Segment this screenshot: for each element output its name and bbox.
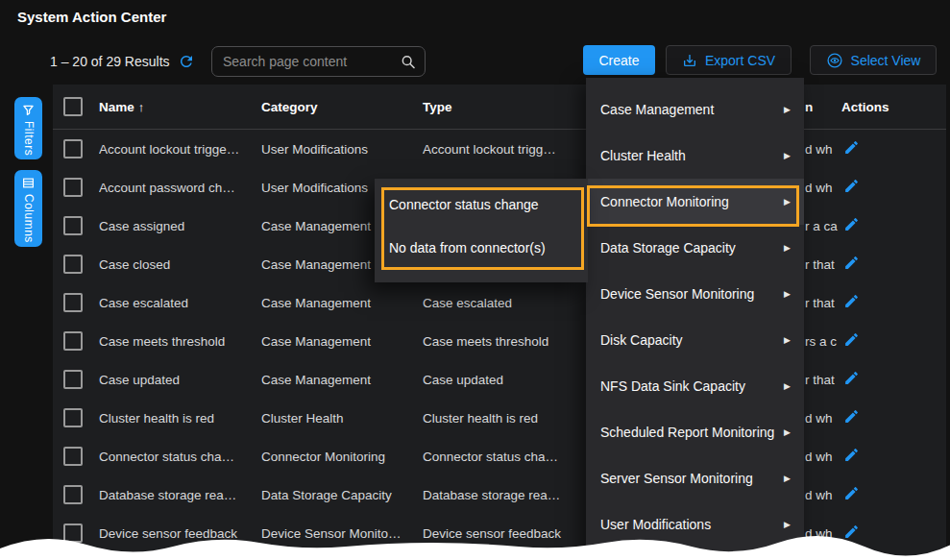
row-type: Case meets threshold [423, 334, 586, 349]
edit-pencil-icon[interactable] [843, 331, 860, 348]
refresh-icon[interactable] [178, 53, 195, 70]
row-checkbox[interactable] [63, 293, 83, 312]
row-name: Cluster health is red [99, 411, 261, 426]
actions-table: Name↑ Category Type n Actions Account lo… [53, 85, 946, 560]
row-checkbox[interactable] [63, 447, 83, 466]
row-category: Case Management [261, 296, 423, 310]
filter-icon [22, 104, 35, 116]
row-category: User Modifications [261, 142, 423, 157]
row-checkbox[interactable] [63, 523, 83, 543]
create-dropdown-menu: Case Management ▶ Cluster Health ▶ Conne… [586, 78, 804, 560]
chevron-right-icon: ▶ [784, 335, 791, 345]
edit-pencil-icon[interactable] [843, 408, 860, 425]
submenu-item[interactable]: Connector status change [375, 183, 588, 226]
row-checkbox[interactable] [63, 178, 83, 197]
edit-pencil-icon[interactable] [843, 139, 860, 156]
row-category: Device Sensor Monito… [261, 526, 423, 541]
eye-icon [826, 52, 843, 69]
create-button[interactable]: Create [583, 45, 655, 75]
row-checkbox[interactable] [63, 255, 83, 274]
select-view-button[interactable]: Select View [810, 45, 937, 75]
create-menu-item[interactable]: Server Sensor Monitoring ▶ [586, 455, 804, 501]
row-type: Case escalated [423, 296, 586, 310]
create-menu-item[interactable]: Disk Capacity ▶ [586, 317, 804, 363]
chevron-right-icon: ▶ [784, 289, 791, 299]
edit-pencil-icon[interactable] [843, 293, 860, 309]
row-type: Connector status cha… [423, 450, 586, 464]
row-type: Cluster health is red [423, 411, 586, 426]
columns-tab[interactable]: Columns [14, 170, 42, 247]
row-name: Case meets threshold [99, 334, 261, 349]
row-name: Connector status cha… [99, 450, 261, 464]
table-row: Cluster health is red Cluster Health Clu… [53, 399, 946, 437]
chevron-right-icon: ▶ [784, 427, 791, 437]
row-name: Account lockout trigge… [99, 142, 261, 157]
row-checkbox[interactable] [63, 216, 83, 235]
edit-pencil-icon[interactable] [843, 485, 860, 501]
table-row: Database storage rea… Data Storage Capac… [53, 475, 946, 514]
edit-pencil-icon[interactable] [843, 255, 860, 271]
search-icon [401, 54, 416, 70]
edit-pencil-icon[interactable] [843, 178, 860, 194]
table-row: Device sensor feedback Device Sensor Mon… [53, 514, 946, 552]
table-row: Case meets threshold Case Management Cas… [53, 322, 946, 360]
row-name: Database storage rea… [99, 488, 261, 502]
row-checkbox[interactable] [63, 485, 83, 504]
submenu-item[interactable]: No data from connector(s) [375, 226, 588, 269]
row-category: Case Management [261, 334, 423, 349]
row-name: Case updated [99, 373, 261, 387]
row-checkbox[interactable] [63, 408, 83, 427]
row-type: Case updated [423, 373, 586, 387]
search-input[interactable] [212, 54, 401, 69]
edit-pencil-icon[interactable] [843, 447, 860, 463]
table-row: Case updated Case Management Case update… [53, 360, 946, 399]
row-name: Case escalated [99, 296, 261, 310]
row-name: Device sensor feedback [99, 526, 261, 541]
results-count: 1 – 20 of 29 Results [50, 54, 170, 69]
edit-pencil-icon[interactable] [843, 216, 860, 232]
row-checkbox[interactable] [63, 331, 83, 351]
export-csv-button[interactable]: Export CSV [666, 45, 792, 75]
chevron-right-icon: ▶ [784, 105, 791, 114]
create-menu-item[interactable]: User Modifications ▶ [586, 501, 804, 548]
row-checkbox[interactable] [63, 370, 83, 389]
chevron-right-icon: ▶ [784, 151, 791, 160]
actions-column-header: Actions [841, 100, 946, 114]
row-type: Database storage rea… [423, 488, 586, 502]
row-type: Account lockout trigg… [423, 142, 586, 157]
search-box [211, 46, 426, 77]
columns-icon [22, 177, 35, 189]
create-menu-item[interactable]: Cluster Health ▶ [586, 133, 804, 179]
page-title: System Action Center [17, 9, 166, 25]
create-menu-item[interactable]: NFS Data Sink Capacity ▶ [586, 363, 804, 409]
category-column-header[interactable]: Category [261, 100, 423, 114]
row-type: Device sensor feedback [423, 526, 586, 541]
row-category: Cluster Health [261, 411, 423, 426]
create-menu-item[interactable]: Device Sensor Monitoring ▶ [586, 271, 804, 317]
edit-pencil-icon[interactable] [843, 370, 860, 386]
row-category: Data Storage Capacity [261, 488, 423, 502]
create-menu-item[interactable]: Data Storage Capacity ▶ [586, 225, 804, 271]
chevron-right-icon: ▶ [784, 381, 791, 391]
row-category: Connector Monitoring [261, 450, 423, 464]
create-menu-item[interactable]: Scheduled Report Monitoring ▶ [586, 409, 804, 455]
table-row: Account lockout trigge… User Modificatio… [53, 130, 946, 168]
chevron-right-icon: ▶ [784, 474, 791, 483]
table-header-row: Name↑ Category Type n Actions [53, 85, 946, 130]
row-name: Account password ch… [99, 181, 261, 195]
row-checkbox[interactable] [63, 139, 83, 158]
chevron-right-icon: ▶ [784, 243, 791, 253]
select-all-checkbox[interactable] [63, 97, 83, 116]
type-column-header[interactable]: Type [423, 100, 586, 114]
download-icon [682, 53, 697, 68]
edit-pencil-icon[interactable] [843, 523, 860, 540]
sort-ascending-icon: ↑ [138, 100, 145, 114]
create-menu-item[interactable]: Connector Monitoring ▶ [586, 179, 804, 225]
chevron-right-icon: ▶ [784, 520, 791, 529]
row-name: Case closed [99, 257, 261, 272]
table-row: Case escalated Case Management Case esca… [53, 283, 946, 322]
name-column-header[interactable]: Name↑ [99, 100, 261, 114]
connector-monitoring-submenu: Connector status change No data from con… [375, 179, 588, 282]
create-menu-item[interactable]: Case Management ▶ [586, 86, 804, 133]
filters-tab[interactable]: Filters [14, 97, 42, 159]
